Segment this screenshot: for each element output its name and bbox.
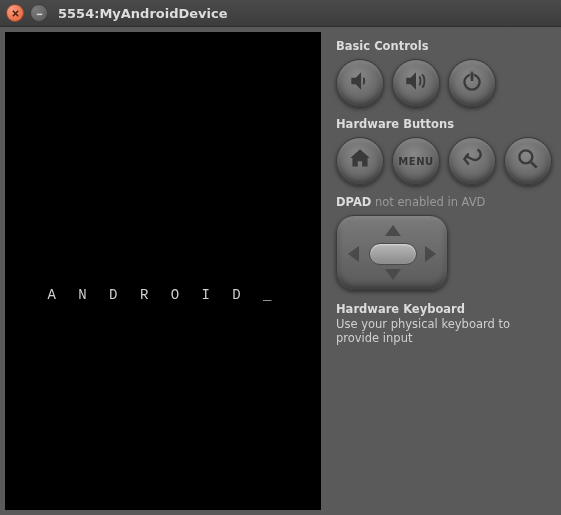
hardware-keyboard-subtitle: Use your physical keyboard to provide in… bbox=[336, 317, 552, 345]
menu-button[interactable]: MENU bbox=[392, 137, 440, 185]
close-button[interactable] bbox=[6, 4, 24, 22]
dpad-up bbox=[385, 225, 401, 236]
content-area: A N D R O I D _ Basic Controls bbox=[0, 27, 561, 515]
hardware-buttons-row: MENU bbox=[336, 137, 552, 185]
power-icon bbox=[459, 68, 485, 98]
search-button[interactable] bbox=[504, 137, 552, 185]
dpad-status: DPAD not enabled in AVD bbox=[336, 195, 552, 209]
dpad-status-text: not enabled in AVD bbox=[375, 195, 485, 209]
basic-controls-row bbox=[336, 59, 552, 107]
power-button[interactable] bbox=[448, 59, 496, 107]
boot-text: A N D R O I D _ bbox=[5, 287, 321, 303]
device-screen[interactable]: A N D R O I D _ bbox=[5, 32, 321, 510]
device-screen-wrap: A N D R O I D _ bbox=[0, 27, 326, 515]
svg-line-4 bbox=[531, 162, 536, 167]
emulator-window: 5554:MyAndroidDevice A N D R O I D _ Bas… bbox=[0, 0, 561, 515]
dpad-right bbox=[425, 246, 436, 262]
home-button[interactable] bbox=[336, 137, 384, 185]
dpad-down bbox=[385, 269, 401, 280]
dpad-center bbox=[369, 243, 417, 265]
volume-up-button[interactable] bbox=[392, 59, 440, 107]
home-icon bbox=[347, 146, 373, 176]
volume-up-icon bbox=[403, 68, 429, 98]
hardware-keyboard-title: Hardware Keyboard bbox=[336, 302, 552, 316]
volume-down-icon bbox=[347, 68, 373, 98]
dpad-control bbox=[336, 215, 448, 290]
dpad-left bbox=[348, 246, 359, 262]
titlebar: 5554:MyAndroidDevice bbox=[0, 0, 561, 27]
dpad-label: DPAD bbox=[336, 195, 371, 209]
hardware-buttons-title: Hardware Buttons bbox=[336, 117, 552, 131]
volume-down-button[interactable] bbox=[336, 59, 384, 107]
menu-label: MENU bbox=[398, 156, 433, 167]
minimize-button[interactable] bbox=[30, 4, 48, 22]
search-icon bbox=[515, 146, 541, 176]
window-title: 5554:MyAndroidDevice bbox=[58, 6, 228, 21]
svg-point-3 bbox=[519, 150, 532, 163]
back-icon bbox=[459, 146, 485, 176]
basic-controls-title: Basic Controls bbox=[336, 39, 552, 53]
back-button[interactable] bbox=[448, 137, 496, 185]
control-panel: Basic Controls Hardw bbox=[326, 27, 561, 515]
